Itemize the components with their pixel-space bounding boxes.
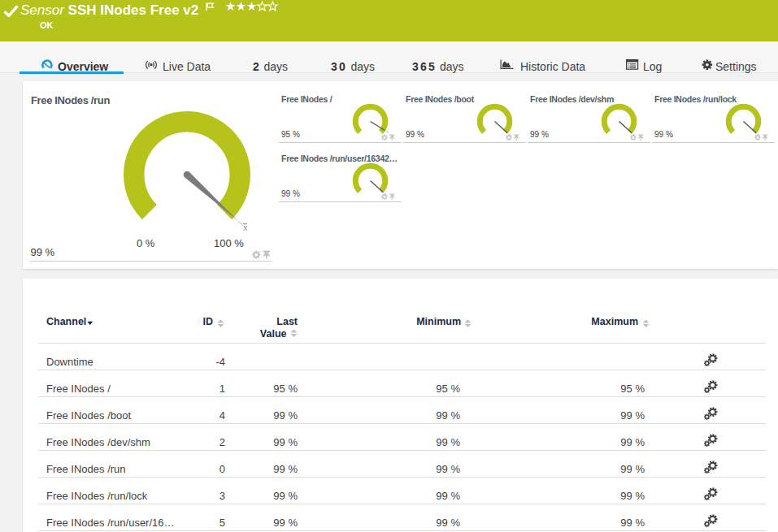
svg-text:x: x: [243, 223, 248, 232]
